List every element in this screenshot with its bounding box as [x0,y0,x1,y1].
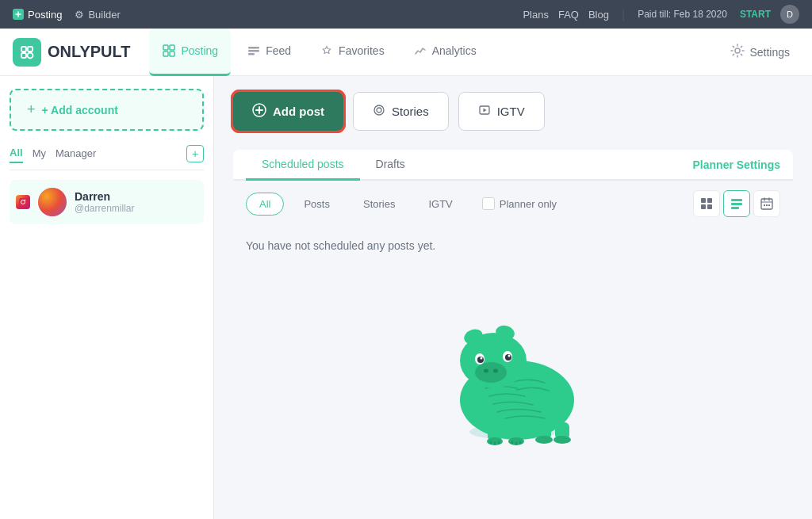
svg-rect-10 [248,47,259,49]
nav-tab-feed[interactable]: Feed [234,29,304,76]
paid-info: Paid till: Feb 18 2020 [638,9,727,20]
top-bar-plans[interactable]: Plans [523,9,549,21]
svg-point-16 [25,200,26,201]
sidebar-tab-my[interactable]: My [33,144,46,162]
top-bar-right: Plans FAQ Blog | Paid till: Feb 18 2020 … [523,5,799,24]
svg-point-38 [475,362,507,383]
account-name: Darren [75,190,197,203]
filter-stories[interactable]: Stories [350,193,408,216]
svg-rect-30 [764,204,765,206]
action-buttons: Add post Stories IGTV [233,92,793,131]
favorites-nav-icon [320,44,334,58]
top-bar-posting[interactable]: Posting [13,9,62,21]
svg-rect-7 [170,45,174,50]
filter-all[interactable]: All [246,193,284,216]
logo-text: ONLYPULT [48,43,130,61]
svg-point-39 [484,369,488,373]
svg-rect-9 [170,52,174,56]
posting-nav-icon [162,44,176,58]
nav-tab-posting[interactable]: Posting [149,29,231,76]
svg-rect-8 [163,52,168,56]
view-icons [693,190,780,217]
feed-nav-icon [247,44,261,58]
svg-rect-28 [731,207,739,209]
svg-rect-6 [163,45,168,50]
main-nav: ONLYPULT Posting Feed Favorites Analytic… [0,29,812,76]
svg-rect-1 [18,44,36,61]
top-bar-blog[interactable]: Blog [588,9,609,21]
empty-message: You have not scheduled any posts yet. [246,239,435,252]
planner-only-filter[interactable]: Planner only [482,197,557,210]
list-view-icon[interactable] [723,190,750,217]
nav-tab-analytics[interactable]: Analytics [400,29,489,76]
content-panel: Scheduled posts Drafts Planner Settings … [233,150,793,483]
capybara-illustration [426,277,600,452]
svg-point-46 [508,355,511,357]
top-bar-faq[interactable]: FAQ [558,9,579,21]
sidebar-add-button[interactable]: + [186,145,204,162]
svg-rect-29 [761,199,772,209]
tab-scheduled-posts[interactable]: Scheduled posts [246,150,360,181]
logo-icon [13,38,41,67]
sidebar-tab-all[interactable]: All [10,143,23,163]
account-item[interactable]: Darren @darrenmillar [10,180,204,224]
svg-rect-12 [248,53,255,55]
planner-only-label: Planner only [500,198,557,210]
top-bar-left: Posting ⚙ Builder [13,9,121,21]
svg-point-40 [493,369,498,373]
filter-posts[interactable]: Posts [290,193,343,216]
account-avatar [38,188,67,216]
tab-drafts[interactable]: Drafts [360,150,421,181]
add-account-button[interactable]: + + Add account [10,89,204,131]
svg-point-45 [481,357,483,360]
sidebar: + + Add account All My Manager + Darren … [0,76,214,519]
account-info: Darren @darrenmillar [75,190,197,214]
planner-settings-label[interactable]: Planner Settings [693,151,780,179]
calendar-view-icon[interactable] [753,190,780,217]
svg-rect-22 [701,198,706,203]
svg-point-13 [735,48,740,53]
settings-icon [730,44,745,60]
filter-igtv[interactable]: IGTV [415,193,465,216]
plus-icon: + [27,101,36,118]
igtv-icon [478,104,491,119]
svg-rect-27 [731,203,742,205]
nav-tab-favorites[interactable]: Favorites [307,29,397,76]
posting-icon [13,9,24,20]
logo: ONLYPULT [13,38,130,67]
sidebar-tabs: All My Manager + [10,143,204,170]
svg-point-54 [553,436,571,444]
account-handle: @darrenmillar [75,203,197,214]
top-bar-builder[interactable]: ⚙ Builder [75,9,120,21]
user-avatar[interactable]: D [780,5,799,24]
svg-rect-26 [731,199,742,201]
layout: + + Add account All My Manager + Darren … [0,76,812,519]
svg-rect-32 [768,204,770,206]
svg-marker-21 [483,109,486,113]
content-tabs: Scheduled posts Drafts Planner Settings [233,150,793,181]
planner-only-checkbox[interactable] [482,197,495,210]
svg-rect-14 [19,198,27,206]
filter-row: All Posts Stories IGTV Planner only [233,181,793,227]
svg-rect-11 [248,50,259,52]
stories-icon [373,104,385,119]
sidebar-tab-manager[interactable]: Manager [56,144,96,162]
svg-point-53 [535,436,553,444]
main-content: Add post Stories IGTV Scheduled posts Dr… [214,76,812,519]
svg-point-19 [377,108,381,113]
stories-button[interactable]: Stories [353,92,449,131]
nav-tabs: Posting Feed Favorites Analytics [149,29,721,76]
empty-state: You have not scheduled any posts yet. [233,227,793,483]
add-post-button[interactable]: Add post [233,92,343,131]
nav-settings[interactable]: Settings [721,37,799,67]
builder-icon: ⚙ [75,9,84,21]
svg-rect-23 [707,198,712,203]
igtv-button[interactable]: IGTV [458,92,545,131]
analytics-nav-icon [413,44,427,58]
svg-rect-31 [766,204,768,206]
top-bar: Posting ⚙ Builder Plans FAQ Blog | Paid … [0,0,812,29]
grid-view-icon[interactable] [693,190,720,217]
svg-rect-25 [707,204,712,209]
start-badge[interactable]: START [740,9,771,20]
svg-rect-24 [701,204,706,209]
